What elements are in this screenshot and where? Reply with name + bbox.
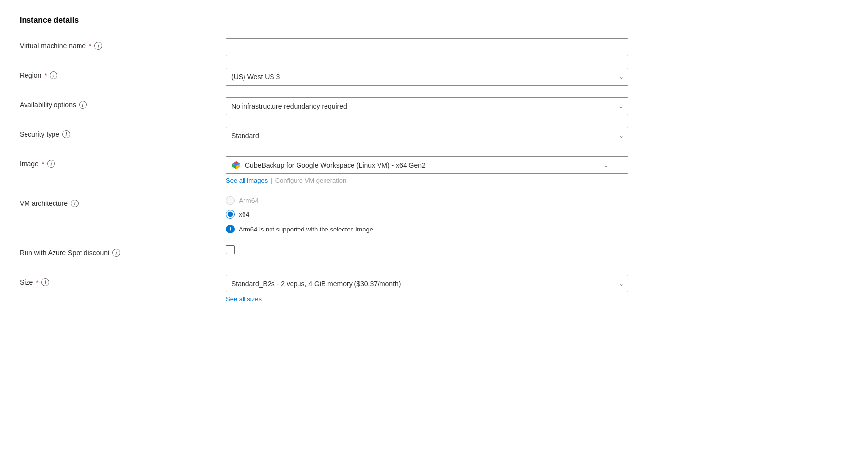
x64-radio-input[interactable]	[226, 210, 235, 219]
arm64-info-message: i Arm64 is not supported with the select…	[226, 225, 628, 233]
image-link-separator: |	[271, 177, 272, 184]
arm64-info-circle-icon: i	[226, 225, 235, 233]
image-links: See all images | Configure VM generation	[226, 177, 628, 184]
vm-architecture-info-icon[interactable]: i	[71, 200, 79, 207]
azure-spot-info-icon[interactable]: i	[112, 249, 120, 257]
security-type-select[interactable]: Standard Trusted launch virtual machines…	[226, 127, 628, 144]
configure-vm-generation-link: Configure VM generation	[275, 177, 347, 184]
security-type-row: Security type i Standard Trusted launch …	[20, 127, 848, 144]
size-row: Size * i Standard_B2s - 2 vcpus, 4 GiB m…	[20, 275, 848, 303]
image-chevron-icon: ⌄	[603, 162, 608, 169]
arm64-radio-item[interactable]: Arm64	[226, 196, 628, 205]
image-select-display[interactable]: CubeBackup for Google Workspace (Linux V…	[226, 156, 628, 174]
availability-row: Availability options i No infrastructure…	[20, 97, 848, 115]
availability-info-icon[interactable]: i	[79, 101, 87, 109]
image-select-value: CubeBackup for Google Workspace (Linux V…	[245, 161, 426, 169]
region-row: Region * i (US) West US 3 (US) East US (…	[20, 68, 848, 86]
image-row: Image * i CubeBackup for Google Workspac…	[20, 156, 848, 184]
image-select-wrapper: CubeBackup for Google Workspace (Linux V…	[226, 156, 628, 174]
x64-radio-label: x64	[239, 210, 250, 218]
security-type-info-icon[interactable]: i	[62, 130, 70, 138]
security-type-select-wrapper: Standard Trusted launch virtual machines…	[226, 127, 628, 144]
region-control: (US) West US 3 (US) East US (US) East US…	[226, 68, 628, 86]
size-label: Size * i	[20, 275, 226, 286]
size-links: See all sizes	[226, 295, 628, 303]
size-select[interactable]: Standard_B2s - 2 vcpus, 4 GiB memory ($3…	[226, 275, 628, 292]
availability-control: No infrastructure redundancy required Av…	[226, 97, 628, 115]
region-select[interactable]: (US) West US 3 (US) East US (US) East US…	[226, 68, 628, 86]
availability-label: Availability options i	[20, 97, 226, 109]
security-type-control: Standard Trusted launch virtual machines…	[226, 127, 628, 144]
image-label: Image * i	[20, 156, 226, 168]
vm-name-input[interactable]	[226, 38, 628, 56]
size-required: *	[36, 279, 38, 286]
region-label: Region * i	[20, 68, 226, 79]
see-all-images-link[interactable]: See all images	[226, 177, 268, 184]
image-required: *	[42, 160, 44, 168]
region-required: *	[44, 72, 47, 79]
section-title: Instance details	[20, 16, 848, 25]
security-type-label: Security type i	[20, 127, 226, 138]
vm-architecture-label: VM architecture i	[20, 196, 226, 207]
arm64-radio-label: Arm64	[239, 197, 259, 204]
availability-select[interactable]: No infrastructure redundancy required Av…	[226, 97, 628, 115]
vm-architecture-radio-group: Arm64 x64	[226, 196, 628, 219]
image-control: CubeBackup for Google Workspace (Linux V…	[226, 156, 628, 184]
vm-name-control	[226, 38, 628, 56]
vm-architecture-control: Arm64 x64 i Arm64 is not supported with …	[226, 196, 628, 233]
azure-spot-row: Run with Azure Spot discount i	[20, 245, 848, 263]
arm64-info-text: Arm64 is not supported with the selected…	[239, 226, 375, 233]
vm-architecture-row: VM architecture i Arm64 x64 i Arm64 is n…	[20, 196, 848, 233]
vm-name-info-icon[interactable]: i	[94, 42, 102, 50]
azure-spot-control	[226, 245, 628, 256]
region-info-icon[interactable]: i	[50, 71, 57, 79]
image-info-icon[interactable]: i	[47, 160, 55, 168]
arm64-radio-input[interactable]	[226, 196, 235, 205]
azure-spot-checkbox[interactable]	[226, 245, 235, 254]
vm-name-label: Virtual machine name * i	[20, 38, 226, 50]
azure-spot-label: Run with Azure Spot discount i	[20, 245, 226, 257]
vm-name-required: *	[89, 42, 91, 50]
x64-radio-item[interactable]: x64	[226, 210, 628, 219]
size-control: Standard_B2s - 2 vcpus, 4 GiB memory ($3…	[226, 275, 628, 303]
size-info-icon[interactable]: i	[41, 278, 49, 286]
size-select-wrapper: Standard_B2s - 2 vcpus, 4 GiB memory ($3…	[226, 275, 628, 292]
cube-backup-icon	[231, 160, 241, 170]
availability-select-wrapper: No infrastructure redundancy required Av…	[226, 97, 628, 115]
vm-name-row: Virtual machine name * i	[20, 38, 848, 56]
region-select-wrapper: (US) West US 3 (US) East US (US) East US…	[226, 68, 628, 86]
see-all-sizes-link[interactable]: See all sizes	[226, 295, 262, 303]
